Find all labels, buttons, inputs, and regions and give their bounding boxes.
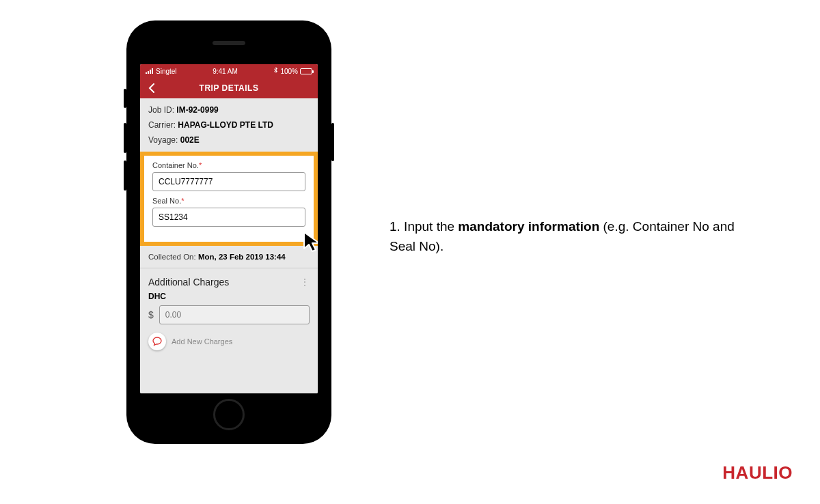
seal-label: Seal No.* — [152, 197, 305, 205]
status-right: 100% — [273, 67, 312, 75]
svg-rect-3 — [152, 68, 153, 74]
voyage-label: Voyage: — [148, 135, 178, 145]
brand-logo: HAULIO — [722, 462, 793, 484]
content-area: Job ID: IM-92-0999 Carrier: HAPAG-LLOYD … — [140, 98, 318, 393]
nav-title: TRIP DETAILS — [200, 83, 259, 93]
phone-side-button — [124, 89, 126, 108]
battery-text: 100% — [280, 68, 298, 75]
add-new-charges-row[interactable]: Add New Charges — [140, 330, 318, 357]
phone-speaker — [213, 41, 245, 45]
seal-label-text: Seal No. — [152, 197, 181, 205]
charge-amount-input[interactable] — [159, 305, 310, 324]
seal-field: Seal No.* — [152, 197, 305, 227]
phone-frame: Singtel 9:41 AM 100% TRIP DETAILS — [126, 20, 331, 444]
job-id-row: Job ID: IM-92-0999 — [148, 105, 310, 115]
instruction-bold: mandatory information — [458, 219, 599, 234]
signal-icon — [146, 68, 154, 75]
mandatory-highlight-box: Container No.* Seal No.* — [140, 152, 318, 246]
carrier-value: HAPAG-LLOYD PTE LTD — [178, 120, 273, 130]
phone-volume-down — [124, 160, 126, 191]
container-input[interactable] — [152, 172, 305, 191]
chat-icon[interactable] — [148, 333, 166, 350]
kebab-icon[interactable]: ⋮ — [300, 277, 310, 288]
container-field: Container No.* — [152, 161, 305, 191]
additional-charges-header: Additional Charges ⋮ — [140, 268, 318, 292]
status-bar: Singtel 9:41 AM 100% — [140, 64, 318, 78]
required-mark: * — [181, 197, 184, 205]
svg-rect-1 — [148, 71, 149, 74]
nav-bar: TRIP DETAILS — [140, 78, 318, 98]
back-button[interactable] — [146, 82, 158, 94]
phone-volume-up — [124, 123, 126, 153]
job-id-label: Job ID: — [148, 105, 174, 115]
collected-value: Mon, 23 Feb 2019 13:44 — [198, 253, 286, 261]
add-new-charges-label: Add New Charges — [172, 337, 232, 346]
voyage-value: 002E — [180, 135, 200, 145]
collected-label: Collected On: — [148, 253, 196, 261]
required-mark: * — [199, 161, 202, 169]
carrier-row: Carrier: HAPAG-LLOYD PTE LTD — [148, 120, 310, 130]
screen: Singtel 9:41 AM 100% TRIP DETAILS — [140, 64, 318, 393]
status-time: 9:41 AM — [213, 68, 238, 75]
carrier-name: Singtel — [156, 68, 177, 75]
instruction-text: 1. Input the mandatory information (e.g.… — [390, 217, 745, 256]
phone-inner: Singtel 9:41 AM 100% TRIP DETAILS — [132, 26, 326, 438]
container-label: Container No.* — [152, 161, 305, 169]
bluetooth-icon — [273, 67, 278, 75]
trip-info-block: Job ID: IM-92-0999 Carrier: HAPAG-LLOYD … — [140, 98, 318, 152]
carrier-label: Carrier: — [148, 120, 176, 130]
job-id-value: IM-92-0999 — [176, 105, 218, 115]
svg-rect-0 — [146, 72, 147, 74]
additional-charges-title: Additional Charges — [148, 277, 229, 288]
status-left: Singtel — [146, 68, 177, 75]
container-label-text: Container No. — [152, 161, 199, 169]
phone-power-button — [331, 123, 334, 161]
collected-row: Collected On: Mon, 23 Feb 2019 13:44 — [140, 246, 318, 268]
home-button[interactable] — [213, 399, 245, 430]
svg-rect-2 — [150, 70, 151, 74]
battery-icon — [300, 68, 312, 74]
currency-symbol: $ — [148, 309, 154, 320]
instruction-prefix: 1. Input the — [390, 219, 458, 234]
seal-input[interactable] — [152, 208, 305, 227]
dhc-label: DHC — [140, 292, 318, 305]
voyage-row: Voyage: 002E — [148, 135, 310, 145]
charge-row: $ — [140, 305, 318, 330]
